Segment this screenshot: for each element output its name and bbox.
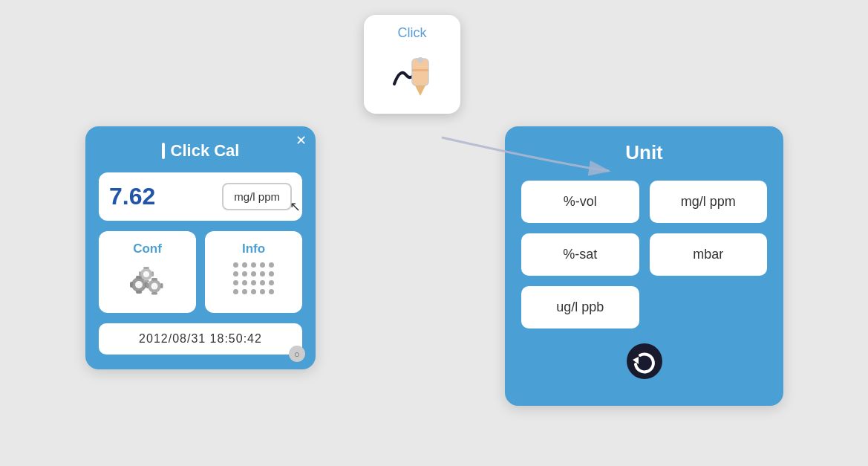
left-panel: ✕ Click Cal 7.62 mg/l ppm ↖ Conf bbox=[85, 126, 316, 369]
dots-grid-icon bbox=[233, 262, 275, 295]
svg-rect-22 bbox=[151, 271, 154, 276]
left-panel-close-button[interactable]: ✕ bbox=[296, 134, 307, 147]
tooltip-label: Click bbox=[398, 25, 427, 41]
value-row: 7.62 mg/l ppm ↖ bbox=[99, 172, 302, 221]
svg-rect-4 bbox=[412, 69, 428, 71]
right-panel-title: Unit bbox=[521, 141, 767, 164]
svg-point-12 bbox=[151, 283, 157, 290]
unit-badge-button[interactable]: mg/l ppm ↖ bbox=[222, 183, 292, 210]
svg-rect-16 bbox=[160, 283, 163, 288]
right-panel: Unit %-vol mg/l ppm %-sat mbar ug/l ppb bbox=[505, 126, 783, 406]
info-button[interactable]: Info bbox=[205, 231, 302, 313]
svg-rect-13 bbox=[151, 278, 157, 281]
gear-icon bbox=[127, 262, 169, 302]
svg-point-23 bbox=[627, 343, 662, 379]
back-button[interactable] bbox=[625, 342, 664, 388]
svg-point-18 bbox=[143, 271, 149, 277]
conf-info-row: Conf bbox=[99, 231, 302, 313]
unit-grid: %-vol mg/l ppm %-sat mbar ug/l ppb bbox=[521, 181, 767, 329]
title-bar-accent bbox=[162, 143, 165, 159]
left-panel-bottom-close[interactable]: ○ bbox=[289, 346, 305, 362]
click-tooltip: Click bbox=[364, 15, 460, 114]
svg-rect-21 bbox=[139, 271, 141, 276]
cursor-icon: ↖ bbox=[290, 198, 301, 215]
unit-button-ugl-ppb[interactable]: ug/l ppb bbox=[521, 286, 639, 329]
svg-rect-20 bbox=[143, 280, 149, 282]
unit-button-mgl-ppm[interactable]: mg/l ppm bbox=[650, 181, 768, 223]
conf-button[interactable]: Conf bbox=[99, 231, 196, 313]
svg-rect-9 bbox=[130, 282, 133, 288]
svg-rect-15 bbox=[146, 283, 149, 288]
svg-point-3 bbox=[417, 57, 423, 63]
info-label: Info bbox=[242, 242, 265, 256]
unit-button-mbar[interactable]: mbar bbox=[650, 233, 768, 276]
svg-rect-8 bbox=[136, 291, 142, 294]
stylus-icon bbox=[385, 45, 439, 105]
svg-marker-2 bbox=[415, 85, 425, 96]
unit-button-percent-sat[interactable]: %-sat bbox=[521, 233, 639, 276]
svg-point-6 bbox=[135, 281, 143, 288]
left-panel-title: Click Cal bbox=[99, 141, 302, 161]
measurement-value: 7.62 bbox=[109, 183, 155, 210]
back-button-row bbox=[521, 342, 767, 388]
conf-label: Conf bbox=[133, 242, 162, 256]
svg-rect-14 bbox=[151, 292, 157, 295]
svg-rect-19 bbox=[143, 267, 149, 269]
timestamp-display: 2012/08/31 18:50:42 bbox=[99, 323, 302, 355]
unit-button-percent-vol[interactable]: %-vol bbox=[521, 181, 639, 223]
